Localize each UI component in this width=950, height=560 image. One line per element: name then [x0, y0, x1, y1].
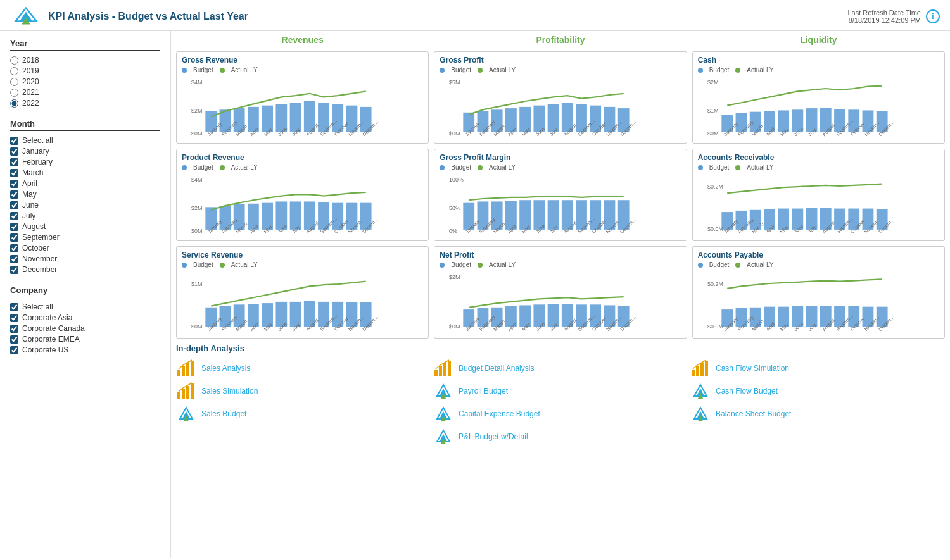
- month-select-all[interactable]: Select all: [10, 136, 160, 145]
- month-january[interactable]: January: [10, 147, 160, 156]
- year-2018[interactable]: 2018: [10, 56, 160, 65]
- actual-dot7: [220, 263, 225, 268]
- budget-dot7: [182, 263, 187, 268]
- svg-text:$0M: $0M: [191, 130, 202, 137]
- indepth-cashflow-sim[interactable]: Cash Flow Simulation: [690, 357, 945, 380]
- svg-rect-245: [177, 392, 180, 399]
- month-filter: Month Select all January February March …: [10, 119, 160, 274]
- category-headers: Revenues Profitability Liquidity: [176, 31, 945, 49]
- month-august[interactable]: August: [10, 222, 160, 231]
- svg-text:$1M: $1M: [191, 281, 202, 287]
- svg-rect-267: [700, 363, 704, 376]
- company-us[interactable]: Corporate US: [10, 345, 160, 354]
- month-march[interactable]: March: [10, 168, 160, 177]
- month-november[interactable]: November: [10, 254, 160, 263]
- svg-rect-246: [182, 389, 185, 399]
- balance-sheet-link[interactable]: Balance Sheet Budget: [716, 409, 791, 418]
- month-july[interactable]: July: [10, 211, 160, 220]
- month-october[interactable]: October: [10, 244, 160, 252]
- month-april[interactable]: April: [10, 179, 160, 188]
- month-february[interactable]: February: [10, 158, 160, 166]
- svg-rect-266: [696, 366, 699, 376]
- svg-rect-252: [434, 370, 438, 376]
- chart-sr-area: $1M $0M: [182, 271, 423, 334]
- svg-text:$0.0M: $0.0M: [707, 323, 723, 330]
- charts-row3: Service Revenue Budget Actual LY $1M $0M: [176, 246, 945, 339]
- sales-budget-link[interactable]: Sales Budget: [201, 409, 246, 418]
- cashflow-budget-link[interactable]: Cash Flow Budget: [716, 387, 778, 395]
- indepth-sales-analysis[interactable]: Sales Analysis: [176, 357, 431, 380]
- indepth-budget-detail[interactable]: Budget Detail Analysis: [433, 357, 688, 380]
- company-emea[interactable]: Corporate EMEA: [10, 335, 160, 344]
- svg-text:100%: 100%: [449, 177, 464, 183]
- pl-budget-link[interactable]: P&L Budget w/Detail: [459, 432, 528, 441]
- refresh-date: 8/18/2019 12:42:09 PM: [847, 16, 921, 24]
- solver-icon6: [690, 405, 711, 423]
- page-title: KPI Analysis - Budget vs Actual Last Yea…: [48, 11, 248, 22]
- company-select-all[interactable]: Select all: [10, 302, 160, 311]
- indepth-capex-budget[interactable]: Capital Expense Budget: [433, 402, 688, 425]
- company-filter-title: Company: [10, 285, 160, 297]
- company-canada[interactable]: Corporate Canada: [10, 324, 160, 333]
- bar-chart-icon3: [433, 359, 453, 377]
- svg-text:$4M: $4M: [191, 177, 202, 183]
- chart-ap-legend: Budget Actual LY: [698, 261, 939, 268]
- svg-text:$0M: $0M: [449, 323, 460, 330]
- budget-dot8: [440, 263, 445, 268]
- actual-dot3: [735, 68, 740, 73]
- year-2021[interactable]: 2021: [10, 88, 160, 97]
- actual-dot9: [735, 263, 740, 268]
- indepth-payroll-budget[interactable]: Payroll Budget: [433, 380, 688, 402]
- chart-gross-profit-svg: $5M $0M: [440, 76, 681, 139]
- budget-dot2: [440, 68, 445, 73]
- chart-sr-svg: $1M $0M: [182, 271, 423, 334]
- indepth-col1: Sales Analysis Sales Simulation: [176, 357, 431, 448]
- indepth-cashflow-budget[interactable]: Cash Flow Budget: [690, 380, 945, 402]
- chart-cash-title: Cash: [698, 56, 939, 65]
- svg-rect-254: [443, 363, 446, 376]
- year-2019[interactable]: 2019: [10, 66, 160, 75]
- budget-dot3: [698, 68, 703, 73]
- svg-rect-268: [705, 361, 708, 376]
- year-2020[interactable]: 2020: [10, 77, 160, 86]
- month-september[interactable]: September: [10, 233, 160, 242]
- chart-np-svg: $2M $0M: [440, 271, 681, 334]
- capex-budget-link[interactable]: Capital Expense Budget: [459, 409, 540, 418]
- svg-rect-248: [191, 383, 194, 399]
- month-december[interactable]: December: [10, 265, 160, 274]
- info-icon[interactable]: i: [926, 9, 940, 23]
- solver-icon1: [176, 405, 196, 423]
- month-june[interactable]: June: [10, 201, 160, 209]
- budget-detail-link[interactable]: Budget Detail Analysis: [459, 364, 534, 373]
- indepth-col2: Budget Detail Analysis Payroll Budget: [433, 357, 688, 448]
- actual-dot: [220, 68, 225, 73]
- category-revenues: Revenues: [176, 31, 429, 49]
- year-2022[interactable]: 2022: [10, 99, 160, 108]
- indepth-pl-budget[interactable]: P&L Budget w/Detail: [433, 425, 688, 448]
- chart-gross-profit: Gross Profit Budget Actual LY $5M $0M: [434, 51, 687, 144]
- indepth-sales-simulation[interactable]: Sales Simulation: [176, 380, 431, 402]
- chart-gross-revenue-area: $4M $2M $0M: [182, 76, 423, 139]
- chart-gpm: Gross Profit Margin Budget Actual LY 100…: [434, 149, 687, 241]
- budget-dot5: [440, 165, 445, 170]
- budget-dot6: [698, 165, 703, 170]
- month-filter-title: Month: [10, 119, 160, 131]
- chart-cash-area: $2M $1M $0M: [698, 76, 939, 139]
- chart-gross-revenue-svg: $4M $2M $0M: [182, 76, 423, 139]
- company-asia[interactable]: Corporate Asia: [10, 313, 160, 322]
- svg-rect-243: [186, 363, 189, 376]
- sales-analysis-link[interactable]: Sales Analysis: [201, 364, 250, 373]
- svg-rect-241: [177, 370, 180, 376]
- chart-ar-title: Accounts Receivable: [698, 153, 939, 162]
- bar-chart-icon4: [690, 359, 711, 377]
- budget-dot9: [698, 263, 703, 268]
- payroll-budget-link[interactable]: Payroll Budget: [459, 387, 508, 395]
- sales-simulation-link[interactable]: Sales Simulation: [201, 387, 258, 395]
- charts-row1: Gross Revenue Budget Actual LY $4M $2M $…: [176, 51, 945, 144]
- month-may[interactable]: May: [10, 190, 160, 199]
- chart-product-revenue-legend: Budget Actual LY: [182, 164, 423, 171]
- solver-icon4: [433, 428, 453, 445]
- indepth-sales-budget[interactable]: Sales Budget: [176, 402, 431, 425]
- indepth-balance-sheet[interactable]: Balance Sheet Budget: [690, 402, 945, 425]
- cashflow-sim-link[interactable]: Cash Flow Simulation: [716, 364, 789, 373]
